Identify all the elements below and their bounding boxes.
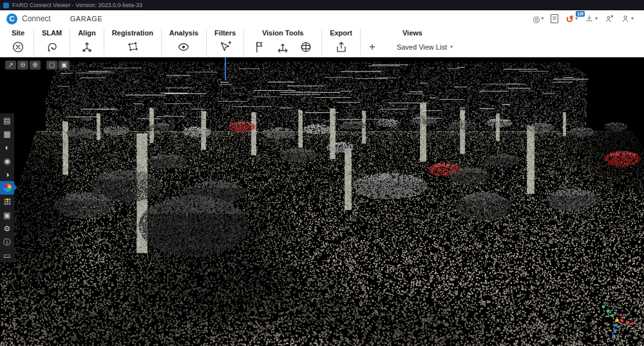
zoom-out-icon: ⊖ [20,62,25,68]
layers-icon: ▤ [3,117,10,124]
chevron-down-icon: ▾ [541,16,544,21]
document-icon [551,14,558,23]
zoom-out-button[interactable]: ⊖ [17,61,28,70]
group-label-registration: Registration [112,29,153,38]
chevron-down-icon: ▾ [631,16,634,21]
info-icon: ⓘ [3,238,11,246]
vision-flag-button[interactable] [252,39,267,55]
account-dropdown[interactable]: ▾ [621,14,634,23]
dock-item-brightness[interactable]: ◉ [0,154,14,168]
zoom-in-icon: ⊕ [32,62,37,68]
vision-globe-button[interactable] [298,39,314,55]
title-bar: FARO Connect Viewer - Version: 2023.0.0-… [0,0,644,10]
dock-item-grid[interactable]: ▦ [0,127,14,140]
contrast-icon: ◑ [5,171,9,178]
palette-icon [3,197,12,206]
undo-badge: 1/0 [576,11,585,17]
dock-item-box-settings[interactable]: ⚙ [0,222,14,235]
report-button[interactable] [551,14,558,23]
dock-item-package[interactable]: ▣ [0,208,14,222]
undo-button[interactable]: ↺ 1/0 ▾ [565,14,578,24]
chevron-down-icon: ▾ [595,16,598,21]
export-button[interactable] [334,39,349,55]
group-label-filters: Filters [214,29,236,38]
ribbon-group-registration: Registration [104,27,161,57]
registration-button[interactable] [125,39,140,55]
gear-icon: ⚙ [4,225,11,233]
pan-button[interactable]: ↗ [5,61,16,70]
header-actions: ◎ ▾ ↺ 1/0 ▾ ▾ ▾ [533,14,644,24]
analysis-button[interactable] [176,39,191,55]
color-wheel-icon [3,184,12,192]
app-name: Connect [22,14,51,23]
align-button[interactable] [79,39,95,55]
group-label-views: Views [402,29,422,38]
point-network-icon [126,40,140,54]
slam-button[interactable] [44,39,60,55]
group-label-align: Align [78,29,96,38]
viewport-toolbar: ↗ ⊖ ⊕ ▢ ▣ [5,61,70,70]
selection-target-dropdown[interactable]: ◎ ▾ [533,15,544,23]
ribbon-group-align: Align [70,27,104,57]
ribbon-group-site: Site [3,27,33,57]
download-icon [585,14,594,23]
ribbon-group-analysis: Analysis [162,27,206,57]
eye-icon [176,40,191,54]
plus-icon: + [369,41,375,52]
point-cloud-canvas[interactable] [0,57,644,346]
ribbon-group-slam: SLAM [34,27,70,57]
faro-logo: C [6,14,17,24]
project-tab-garage[interactable]: GARAGE [70,15,103,23]
site-button[interactable] [10,39,26,55]
group-label-site: Site [12,29,24,38]
globe-icon [299,40,313,54]
filters-button[interactable] [218,39,233,55]
dock-item-info[interactable]: ⓘ [0,235,14,249]
translate-arrows-icon [276,40,290,54]
circle-x-icon [11,40,25,54]
saved-view-list-label: Saved View List [397,43,447,51]
dock-item-palette[interactable] [0,195,14,208]
saved-view-list-dropdown[interactable]: Saved View List ▾ [393,43,457,52]
zoom-window-button[interactable]: ▢ [46,61,57,70]
share-person-icon [605,14,614,23]
active-dock-arrow-icon [14,184,21,191]
dock-item-shadow[interactable]: ◐ [0,140,14,154]
group-label-slam: SLAM [42,29,62,38]
vision-translate-button[interactable] [275,39,290,55]
dock-item-ruler[interactable]: ▭ [0,249,14,262]
ribbon-toolbar: Site SLAM Align [0,27,644,57]
slam-trajectory-icon [45,40,59,54]
share-user-button[interactable] [605,14,614,23]
package-icon: ▣ [3,211,10,219]
undo-icon: ↺ [565,14,574,24]
dock-item-layers[interactable]: ▤ [0,113,14,127]
chevron-down-icon: ▾ [575,16,578,21]
brightness-icon: ◉ [4,157,10,165]
ribbon-group-export: Export [322,27,360,57]
group-label-vision-tools: Vision Tools [262,29,303,38]
dock-item-color-wheel[interactable] [0,181,14,195]
faro-logo-letter: C [10,15,15,23]
zoom-fit-button[interactable]: ▣ [59,61,70,70]
group-label-export: Export [330,29,352,38]
grid-icon: ▦ [3,130,10,138]
zoom-in-button[interactable]: ⊕ [30,61,41,70]
app-header: C Connect GARAGE ◎ ▾ ↺ 1/0 ▾ ▾ [0,10,644,27]
shadow-icon: ◐ [5,144,9,151]
download-dropdown[interactable]: ▾ [585,14,598,23]
export-icon [334,40,348,54]
flag-icon [252,40,267,54]
ruler-icon: ▭ [3,252,10,260]
dock-item-contrast[interactable]: ◑ [0,168,14,181]
user-icon [621,14,630,23]
axis-gizmo[interactable] [599,303,635,338]
cursor-sparkle-icon [218,40,232,54]
zoom-window-icon: ▢ [49,62,55,68]
viewport-left-dock: ▤ ▦ ◐ ◉ ◑ ▣ ⚙ ⓘ ▭ [0,113,14,262]
viewport-3d: ↗ ⊖ ⊕ ▢ ▣ ▤ ▦ ◐ ◉ ◑ [0,57,644,346]
add-view-button[interactable]: + [368,41,376,53]
group-label-analysis: Analysis [169,29,198,38]
ribbon-group-vision-tools: Vision Tools [244,27,321,57]
window-title: FARO Connect Viewer - Version: 2023.0.0-… [12,2,142,8]
